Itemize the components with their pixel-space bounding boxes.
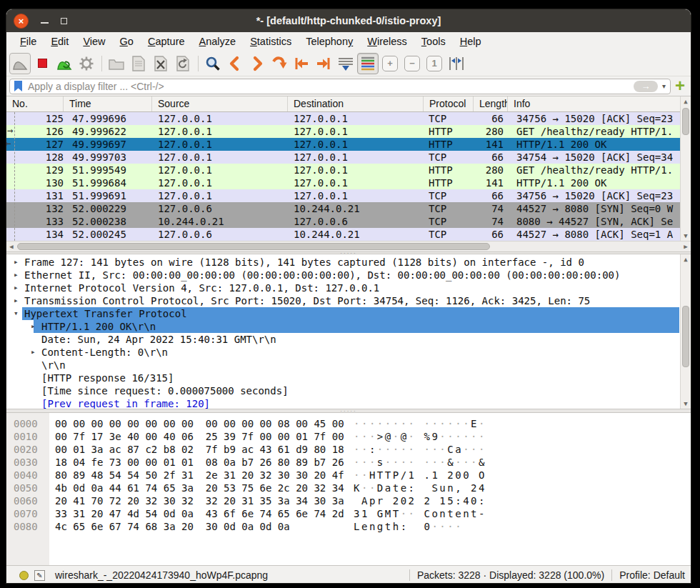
detail-line-9[interactable]: [HTTP response 16/315] xyxy=(6,372,691,384)
detail-line-3[interactable]: ▸Transmission Control Protocol, Src Port… xyxy=(6,294,691,307)
menu-view[interactable]: View xyxy=(76,34,112,49)
menu-go[interactable]: Go xyxy=(113,34,141,49)
packet-row-125[interactable]: 12547.999696127.0.0.1127.0.0.1TCP6634756… xyxy=(6,112,691,125)
resize-columns-button[interactable] xyxy=(446,53,467,74)
scroll-down-arrow[interactable]: ▼ xyxy=(681,399,691,409)
start-capture-button[interactable] xyxy=(9,53,31,74)
colorize-packets-button[interactable] xyxy=(357,53,379,74)
open-file-button[interactable] xyxy=(106,53,127,74)
display-filter-input[interactable] xyxy=(26,80,634,93)
hex-row-0070[interactable]: 007033 31 20 47 4d 54 0d 0a 43 6f 6e 74 … xyxy=(6,507,691,520)
expander-open-icon[interactable]: ▾ xyxy=(14,307,19,320)
profile-label[interactable]: Profile: Default xyxy=(619,569,685,581)
expander-closed-icon[interactable]: ▸ xyxy=(31,320,36,333)
detail-line-2[interactable]: ▸Internet Protocol Version 4, Src: 127.0… xyxy=(6,281,691,294)
detail-line-8[interactable]: \r\n xyxy=(6,359,691,372)
packet-row-132[interactable]: 13252.000229127.0.0.610.244.0.21TCP74445… xyxy=(6,202,691,215)
scrollbar-thumb[interactable] xyxy=(682,108,689,135)
next-packet-button[interactable] xyxy=(246,53,268,74)
scroll-left-arrow[interactable]: ◀ xyxy=(6,241,16,251)
scroll-up-arrow[interactable]: ▲ xyxy=(681,96,691,106)
packet-row-134[interactable]: 13452.000245127.0.0.610.244.0.21TCP66445… xyxy=(6,228,691,241)
capture-options-button[interactable] xyxy=(76,53,97,74)
zoom-out-button[interactable]: − xyxy=(401,53,423,74)
save-file-button[interactable] xyxy=(128,53,149,74)
expander-closed-icon[interactable]: ▸ xyxy=(14,269,19,281)
menu-telephony[interactable]: Telephony xyxy=(299,34,360,49)
expander-closed-icon[interactable]: ▸ xyxy=(14,281,19,294)
column-header-source[interactable]: Source xyxy=(152,96,288,111)
packet-row-133[interactable]: 13352.00023810.244.0.21127.0.0.6TCP74808… xyxy=(6,215,691,228)
find-packet-button[interactable] xyxy=(202,53,224,74)
hex-row-0010[interactable]: 001000 7f 17 3e 40 00 40 06 25 39 7f 00 … xyxy=(6,430,691,443)
column-header-no[interactable]: No. xyxy=(6,96,64,111)
scroll-right-arrow[interactable]: ▶ xyxy=(681,241,691,251)
column-header-protocol[interactable]: Protocol xyxy=(424,96,474,111)
menu-file[interactable]: File xyxy=(13,34,44,49)
minimize-button[interactable] xyxy=(41,22,49,24)
scrollbar-thumb[interactable] xyxy=(682,306,689,367)
maximize-button[interactable] xyxy=(61,18,67,24)
zoom-in-button[interactable]: + xyxy=(379,53,401,74)
detail-line-4[interactable]: ▾Hypertext Transfer Protocol xyxy=(6,307,691,320)
add-filter-button[interactable]: + xyxy=(671,78,688,95)
menu-statistics[interactable]: Statistics xyxy=(243,34,299,49)
scroll-up-arrow[interactable]: ▲ xyxy=(681,254,691,264)
expander-closed-icon[interactable]: ▸ xyxy=(31,346,36,359)
details-vertical-scrollbar[interactable]: ▲ ▼ xyxy=(680,254,691,409)
packet-list-horizontal-scrollbar[interactable]: ◀ ▶ xyxy=(6,241,691,251)
close-button[interactable]: × xyxy=(14,14,29,29)
packet-row-130[interactable]: 13051.999684127.0.0.1127.0.0.1HTTP141HTT… xyxy=(6,176,691,189)
packet-row-128[interactable]: 12849.999703127.0.0.1127.0.0.1TCP6634754… xyxy=(6,151,691,164)
first-packet-button[interactable] xyxy=(291,53,312,74)
goto-packet-button[interactable] xyxy=(269,53,290,74)
packet-row-127[interactable]: ←12749.999697127.0.0.1127.0.0.1HTTP141HT… xyxy=(6,138,691,151)
zoom-100-button[interactable]: 1 xyxy=(424,53,445,74)
detail-line-5[interactable]: ▸HTTP/1.1 200 OK\r\n xyxy=(6,320,691,333)
detail-line-6[interactable]: Date: Sun, 24 Apr 2022 15:40:31 GMT\r\n xyxy=(6,333,691,346)
detail-line-10[interactable]: [Time since request: 0.000075000 seconds… xyxy=(6,384,691,397)
hex-row-0050[interactable]: 00504b 0d 0a 44 61 74 65 3a 20 53 75 6e … xyxy=(6,482,691,494)
scroll-down-arrow[interactable]: ▼ xyxy=(681,231,691,241)
capture-comment-icon[interactable]: ✎ xyxy=(34,570,45,581)
menu-edit[interactable]: Edit xyxy=(44,34,76,49)
packet-list-vertical-scrollbar[interactable]: ▲ ▼ xyxy=(680,96,691,241)
previous-packet-button[interactable] xyxy=(224,53,246,74)
column-header-time[interactable]: Time xyxy=(64,96,152,111)
menu-tools[interactable]: Tools xyxy=(414,34,453,49)
bookmark-icon[interactable] xyxy=(14,81,22,91)
apply-filter-button[interactable]: → xyxy=(634,81,658,92)
detail-line-0[interactable]: ▸Frame 127: 141 bytes on wire (1128 bits… xyxy=(6,256,691,269)
detail-line-11[interactable]: [Prev request in frame: 120] xyxy=(6,397,691,409)
expert-info-icon[interactable] xyxy=(19,571,29,580)
reload-file-button[interactable] xyxy=(172,53,194,74)
close-file-button[interactable] xyxy=(150,53,171,74)
column-header-length[interactable]: Length xyxy=(474,96,508,111)
packet-row-129[interactable]: 12951.999549127.0.0.1127.0.0.1HTTP280GET… xyxy=(6,164,691,176)
display-filter-box[interactable]: → ▾ xyxy=(9,79,671,94)
hex-row-0020[interactable]: 002000 01 3a ac 87 c2 b8 02 7f b9 ac 43 … xyxy=(6,443,691,456)
menu-capture[interactable]: Capture xyxy=(141,34,192,49)
hex-row-0040[interactable]: 004080 89 48 54 54 50 2f 31 2e 31 20 32 … xyxy=(6,469,691,482)
detail-line-7[interactable]: ▸Content-Length: 0\r\n xyxy=(6,346,691,359)
stop-capture-button[interactable] xyxy=(31,53,53,74)
hex-row-0030[interactable]: 003018 04 fe 73 00 00 01 01 08 0a b7 26 … xyxy=(6,456,691,469)
menu-analyze[interactable]: Analyze xyxy=(192,34,244,49)
hex-row-0000[interactable]: 000000 00 00 00 00 00 00 00 00 00 00 00 … xyxy=(6,417,691,430)
column-header-destination[interactable]: Destination xyxy=(288,96,424,111)
menu-help[interactable]: Help xyxy=(453,34,489,49)
packet-row-131[interactable]: 13151.999691127.0.0.1127.0.0.1TCP6634756… xyxy=(6,189,691,202)
dropdown-caret-icon[interactable]: ▾ xyxy=(662,82,666,90)
column-header-info[interactable]: Info xyxy=(508,96,691,111)
auto-scroll-button[interactable] xyxy=(335,53,356,74)
detail-line-1[interactable]: ▸Ethernet II, Src: 00:00:00_00:00:00 (00… xyxy=(6,269,691,281)
expander-closed-icon[interactable]: ▸ xyxy=(14,294,19,307)
last-packet-button[interactable] xyxy=(313,53,334,74)
expander-closed-icon[interactable]: ▸ xyxy=(14,256,19,269)
scrollbar-thumb[interactable] xyxy=(17,243,490,250)
packet-row-126[interactable]: →12649.999622127.0.0.1127.0.0.1HTTP280GE… xyxy=(6,125,691,138)
hex-row-0060[interactable]: 006020 41 70 72 20 32 30 32 32 20 31 35 … xyxy=(6,494,691,507)
hex-row-0080[interactable]: 00804c 65 6e 67 74 68 3a 20 30 0d 0a 0d … xyxy=(6,520,691,533)
restart-capture-button[interactable] xyxy=(54,53,75,74)
menu-wireless[interactable]: Wireless xyxy=(360,34,414,49)
